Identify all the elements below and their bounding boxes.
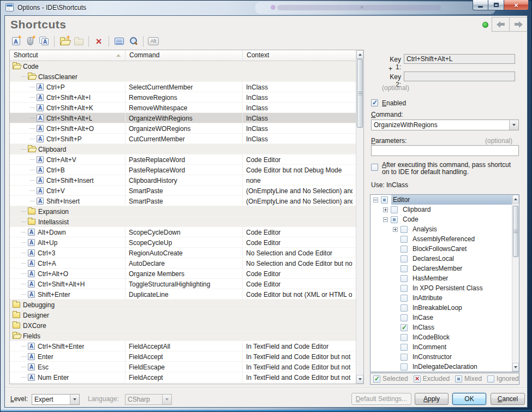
ok-button[interactable]: OK <box>452 393 486 405</box>
enabled-checkbox[interactable] <box>371 99 378 106</box>
folder-row[interactable]: DXCore <box>10 320 356 331</box>
navigate-forward-button[interactable] <box>510 17 528 32</box>
minimize-button[interactable] <box>473 0 488 10</box>
shortcut-row[interactable]: EnterFieldAcceptIn TextField and Code Ed… <box>10 351 356 362</box>
shortcut-row[interactable]: Ctrl+AAutoDeclareNo Selection and Code E… <box>10 258 356 268</box>
folder-row[interactable]: Expansion <box>10 206 356 217</box>
tree-item[interactable]: InAttribute <box>370 293 512 303</box>
column-header-command[interactable]: Command <box>125 50 243 61</box>
tree-item[interactable]: DeclaresLocal <box>370 254 512 264</box>
tree-item[interactable]: Editor <box>370 195 512 205</box>
tree-item[interactable]: Analysis <box>370 224 512 234</box>
shortcut-row[interactable]: Ctrl+VSmartPaste(OnEmptyLine and No Sele… <box>10 186 356 196</box>
unchecked-checkbox[interactable] <box>401 344 408 351</box>
list-scrollbar[interactable] <box>356 50 363 384</box>
unchecked-checkbox[interactable] <box>401 236 408 243</box>
tree-scroll-down-button[interactable] <box>512 363 519 372</box>
tree-item[interactable]: InDelegateDeclaration <box>370 362 512 372</box>
shortcut-row[interactable]: Ctrl+Alt+OOrganize MembersCode Editor <box>10 268 356 279</box>
maximize-button[interactable] <box>488 0 504 10</box>
folder-row[interactable]: Code <box>10 61 356 71</box>
collapse-expander-icon[interactable] <box>383 217 388 222</box>
title-bar[interactable]: × Options - IDE\Shortcuts × <box>0 0 532 15</box>
scroll-thumb[interactable] <box>357 59 363 128</box>
checked-checkbox[interactable] <box>401 324 408 331</box>
shortcut-row[interactable]: Alt+DownScopeCycleDownCode Editor <box>10 227 356 237</box>
unchecked-checkbox[interactable] <box>401 255 408 262</box>
key2-field[interactable] <box>404 71 515 81</box>
shortcut-row[interactable]: Ctrl+Shift+Alt+IRemoveRegionsInClass <box>10 92 356 103</box>
tree-item[interactable]: Code <box>370 214 512 224</box>
tree-item[interactable]: AssemblyReferenced <box>370 234 512 244</box>
shortcut-row[interactable]: Ctrl+Shift+InsertClipboardHistorynone <box>10 175 356 186</box>
tree-item[interactable]: InClass <box>370 323 512 332</box>
tree-item[interactable]: BlockFollowsCaret <box>370 244 512 254</box>
tree-item[interactable]: InComment <box>370 342 512 352</box>
expand-expander-icon[interactable] <box>393 227 398 232</box>
tree-scroll-up-button[interactable] <box>512 195 519 204</box>
folder-row[interactable]: ClassCleaner <box>10 71 356 82</box>
tree-item[interactable]: Clipboard <box>370 205 512 214</box>
unchecked-checkbox[interactable] <box>401 246 408 253</box>
shortcut-row[interactable]: Ctrl+BPasteReplaceWordCode Editor but no… <box>10 165 356 175</box>
scroll-down-button[interactable] <box>356 375 363 384</box>
new-keyboard-shortcut-button[interactable] <box>9 35 22 47</box>
cancel-button[interactable]: Cancel <box>491 393 525 405</box>
tree-item[interactable]: InCodeBlock <box>370 332 512 342</box>
tree-item[interactable]: InConstructor <box>370 352 512 362</box>
folder-row[interactable]: Fields <box>10 331 356 341</box>
find-shortcut-button[interactable] <box>127 35 140 47</box>
unchecked-checkbox[interactable] <box>401 363 408 371</box>
folder-row[interactable]: Designer <box>10 310 356 320</box>
level-combobox[interactable]: Expert <box>32 394 80 405</box>
details-view-button[interactable] <box>112 35 125 47</box>
alt-key-button[interactable]: Alt <box>147 35 160 47</box>
unchecked-checkbox[interactable] <box>401 295 408 302</box>
tree-item[interactable]: InCase <box>370 313 512 323</box>
unchecked-checkbox[interactable] <box>401 265 408 272</box>
unchecked-checkbox[interactable] <box>401 314 408 321</box>
dropdown-button[interactable] <box>70 395 79 404</box>
column-header-context[interactable]: Context <box>243 50 356 61</box>
shortcut-row[interactable]: EscFieldEscapeIn TextField and Code Edit… <box>10 362 356 372</box>
new-folder-button[interactable] <box>58 35 71 47</box>
folder-row[interactable]: Debugging <box>10 300 356 310</box>
shortcut-row[interactable]: Ctrl+Alt+VPasteReplaceWordCode Editor <box>10 154 356 165</box>
shortcut-row[interactable]: Ctrl+Shift+Alt+OOrganizeWORegionsInClass <box>10 123 356 134</box>
tree-scroll-thumb[interactable] <box>513 206 518 257</box>
tree-item[interactable]: InBreakableLoop <box>370 303 512 313</box>
folder-row[interactable]: Intellassist <box>10 217 356 227</box>
key1-field[interactable]: Ctrl+Shift+Alt+L <box>404 54 515 64</box>
apply-button[interactable]: Apply <box>415 393 449 405</box>
collapse-expander-icon[interactable] <box>373 198 378 202</box>
close-button[interactable]: × <box>504 0 529 10</box>
column-header-shortcut[interactable]: Shortcut <box>10 50 125 61</box>
pass-to-ide-checkbox[interactable] <box>371 164 378 171</box>
unchecked-checkbox[interactable] <box>401 304 408 312</box>
mixed-checkbox[interactable] <box>381 196 388 204</box>
unchecked-checkbox[interactable] <box>391 206 398 213</box>
delete-shortcut-button[interactable] <box>92 35 105 47</box>
tree-item[interactable]: In XPO Persistent Class <box>370 283 512 293</box>
duplicate-shortcut-button[interactable] <box>38 35 51 47</box>
shortcut-row[interactable]: Shift+EnterDuplicateLineCode Editor but … <box>10 289 356 300</box>
parameters-field[interactable] <box>371 145 519 156</box>
unchecked-checkbox[interactable] <box>401 226 408 233</box>
shortcut-row[interactable]: Ctrl+Shift+Alt+KRemoveWhitespaceInClass <box>10 103 356 113</box>
shortcut-row[interactable]: Ctrl+3RegionAutoCreateNo Selection and C… <box>10 248 356 258</box>
command-combobox[interactable]: OrganizeWithRegions <box>371 120 519 130</box>
unchecked-checkbox[interactable] <box>401 285 408 292</box>
tree-scroll-track[interactable] <box>512 204 519 363</box>
unchecked-checkbox[interactable] <box>401 275 408 282</box>
mixed-checkbox[interactable] <box>391 216 398 223</box>
tree-scrollbar[interactable] <box>512 195 519 372</box>
scroll-up-button[interactable] <box>356 50 363 59</box>
shortcut-row[interactable]: Num EnterFieldAcceptIn TextField and Cod… <box>10 372 356 383</box>
scroll-track[interactable] <box>356 59 363 375</box>
folder-row[interactable]: Clipboard <box>10 144 356 154</box>
new-mouse-shortcut-button[interactable] <box>23 35 37 47</box>
unchecked-checkbox[interactable] <box>401 334 408 341</box>
dropdown-button[interactable] <box>509 120 518 130</box>
shortcut-row[interactable]: Ctrl+Shift+Alt+LOrganizeWithRegionsInCla… <box>10 113 356 123</box>
shortcut-row[interactable]: Ctrl+Shift+PCutCurrentMemberInClass <box>10 134 356 144</box>
